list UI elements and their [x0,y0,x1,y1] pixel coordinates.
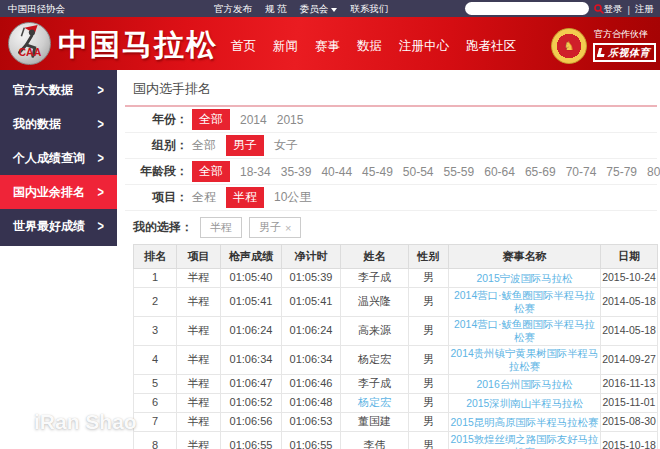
chevron-right-icon: > [98,184,104,200]
filter-option[interactable]: 45-49 [362,163,393,181]
gender-cell: 男 [409,432,449,449]
runner-name: 温兴隆 [358,295,391,307]
date-cell: 2014-05-18 [601,288,658,317]
gun-time-cell: 01:06:34 [221,346,282,375]
register-link[interactable]: 注册 [635,3,654,16]
nav-link-1[interactable]: 新闻 [273,38,298,55]
filter-option[interactable]: 2014 [240,111,267,129]
lesports-name: 乐视体育 [608,46,650,60]
event-type-cell: 半程 [177,375,221,394]
filter-option[interactable]: 2015 [277,111,304,129]
rank-cell: 1 [134,269,177,288]
sidebar-item-1[interactable]: 我的数据> [0,107,117,141]
sidebar-item-3[interactable]: 国内业余排名> [0,175,117,209]
sidebar-item-4[interactable]: 世界最好成绩> [0,209,117,243]
filter-option[interactable]: 10公里 [274,187,311,208]
name-cell: 杨定宏 [341,394,409,413]
filter-option[interactable]: 40-44 [321,163,352,181]
event-type-cell: 半程 [177,317,221,346]
gender-cell: 男 [409,317,449,346]
filter-option[interactable]: 半程 [226,187,264,208]
nav-link-0[interactable]: 首页 [231,38,256,55]
rank-cell: 3 [134,317,177,346]
race-name-link[interactable]: 2015宁波国际马拉松 [449,269,601,288]
gun-time-cell: 01:05:40 [221,269,282,288]
filter-option[interactable]: 55-59 [444,163,475,181]
race-name-link[interactable]: 2015敦煌丝绸之路国际友好马拉松赛 [449,432,601,449]
race-name-link[interactable]: 2016台州国际马拉松 [449,375,601,394]
filter-option[interactable]: 全程 [192,187,216,208]
page-title: 国内选手排名 [133,80,657,98]
filter-option[interactable]: 全部 [192,135,216,156]
runner-name-link[interactable]: 杨定宏 [358,396,391,408]
filter-option[interactable]: 75-79 [606,163,637,181]
net-time-cell: 01:06:53 [282,413,341,432]
date-cell: 2015-11-01 [601,394,658,413]
rank-table-body: 1半程01:05:4001:05:39李子成男2015宁波国际马拉松2015-1… [134,269,658,449]
race-name-link[interactable]: 2014营口·鲅鱼圈国际半程马拉松赛 [449,288,601,317]
topbar-link-1[interactable]: 规 范 [265,3,287,16]
filter-option[interactable]: 女子 [274,135,298,156]
filter-option[interactable]: 70-74 [566,163,597,181]
gender-cell: 男 [409,413,449,432]
date-cell: 2015-10-24 [601,269,658,288]
gun-time-cell: 01:06:47 [221,375,282,394]
gun-time-cell: 01:06:55 [221,432,282,449]
race-name-link[interactable]: 2015深圳南山半程马拉松 [449,394,601,413]
my-selection-tags: 半程男子× [193,217,301,238]
event-type-cell: 半程 [177,394,221,413]
selection-tag[interactable]: 男子× [249,217,301,238]
athletics-association-badge-icon: ♞ [551,28,587,64]
race-name-link[interactable]: 2014营口·鲅鱼圈国际半程马拉松赛 [449,317,601,346]
filter-option[interactable]: 60-64 [484,163,515,181]
table-row: 6半程01:06:5201:06:48杨定宏男2015深圳南山半程马拉松2015… [134,394,658,413]
search-input[interactable] [465,3,594,14]
rank-table-head: 排名项目枪声成绩净计时姓名性别赛事名称日期 [134,245,658,269]
chevron-right-icon: > [98,82,104,98]
caa-logo-icon: CAA [8,22,51,65]
name-cell: 杨定宏 [341,346,409,375]
date-cell: 2015-10-18 [601,432,658,449]
filter-option[interactable]: 35-39 [281,163,312,181]
chevron-right-icon: > [98,150,104,166]
filter-option[interactable]: 18-34 [240,163,271,181]
filter-option[interactable]: 全部 [192,109,230,130]
topbar: 中国田径协会 官方发布规 范委员会联系我们 登录 | 注册 [0,0,660,17]
race-name-link[interactable]: 2015昆明高原国际半程马拉松赛 [449,413,601,432]
filter-row-0: 年份：全部20142015 [125,107,657,133]
sidebar-item-label: 我的数据 [13,116,61,133]
filter-option[interactable]: 男子 [226,135,264,156]
sidebar-item-0[interactable]: 官方大数据> [0,73,117,107]
date-cell: 2015-08-30 [601,413,658,432]
filter-option[interactable]: 全部 [192,161,230,182]
filter-option[interactable]: 65-69 [525,163,556,181]
column-header: 项目 [177,245,221,269]
nav-link-3[interactable]: 数据 [357,38,382,55]
nav-link-4[interactable]: 注册中心 [399,38,449,55]
sidebar-item-2[interactable]: 个人成绩查询> [0,141,117,175]
name-cell: 温兴隆 [341,288,409,317]
filter-label: 组别： [125,137,188,154]
search-icon[interactable] [594,2,604,15]
nav-link-2[interactable]: 赛事 [315,38,340,55]
site-header: CAA 中国马拉松 首页新闻赛事数据注册中心跑者社区 ♞ 官方合作伙伴 乐视体育 [0,17,660,70]
filter-option[interactable]: 50-54 [403,163,434,181]
filter-label: 年龄段： [125,163,188,180]
nav-link-5[interactable]: 跑者社区 [466,38,516,55]
event-type-cell: 半程 [177,288,221,317]
filter-option[interactable]: 80+ [647,163,660,181]
selection-tag[interactable]: 半程 [200,217,242,238]
close-icon[interactable]: × [285,222,291,234]
topbar-link-3[interactable]: 联系我们 [350,3,388,16]
watermark-text: iRan Shao [34,410,137,434]
login-link[interactable]: 登录 [604,3,623,16]
topbar-link-0[interactable]: 官方发布 [214,3,252,16]
gender-cell: 男 [409,375,449,394]
race-name-link[interactable]: 2014贵州镇宁黄果树国际半程马拉松赛 [449,346,601,375]
runner-name: 李子成 [358,377,391,389]
runner-name: 李伟 [364,439,386,449]
lesports-logo[interactable]: 乐视体育 [593,43,656,62]
rank-cell: 2 [134,288,177,317]
topbar-link-2[interactable]: 委员会 [300,3,338,16]
my-selection-strip: 我的选择： 半程男子× [125,211,657,244]
